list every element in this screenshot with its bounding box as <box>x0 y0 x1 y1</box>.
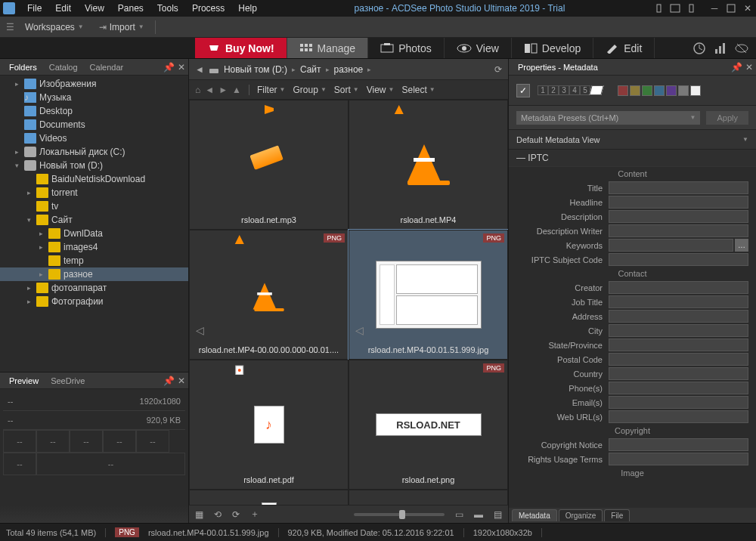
metadata-presets-dropdown[interactable]: Metadata Presets (Ctrl+M)▼ <box>516 111 700 125</box>
pin-icon[interactable]: 📌 <box>163 376 175 386</box>
thumb-mp3[interactable]: rsload.net.mp3 <box>189 100 349 230</box>
field-subjcode[interactable] <box>609 253 748 266</box>
close-button[interactable]: ✕ <box>742 3 753 14</box>
tab-seedrive[interactable]: SeeDrive <box>45 375 91 387</box>
zoom-slider[interactable] <box>354 513 445 516</box>
maximize-button[interactable] <box>726 3 736 14</box>
stats-icon[interactable] <box>714 42 727 55</box>
thumb-empty[interactable] <box>189 490 349 505</box>
thumb-empty[interactable] <box>349 490 508 505</box>
tree-node[interactable]: tv <box>0 199 188 213</box>
field-phones[interactable] <box>609 382 748 394</box>
tree-node[interactable]: ▸фотоаппарат <box>0 281 188 295</box>
tree-node[interactable]: Desktop <box>0 104 188 118</box>
breadcrumb-item[interactable]: разное <box>334 64 364 75</box>
mode-edit[interactable]: Edit <box>593 38 655 58</box>
tab-calendar[interactable]: Calendar <box>84 61 130 73</box>
add-icon[interactable]: ＋ <box>250 508 259 521</box>
field-descwriter[interactable] <box>609 224 748 237</box>
nav-back-icon[interactable]: ◄ <box>205 85 214 95</box>
thumb-jpg1[interactable]: PNG ◁ rsload.net.MP4-00.00.00.000-00.01.… <box>189 230 349 360</box>
tree-node[interactable]: ▾Сайт <box>0 213 188 227</box>
tree-node[interactable]: Documents <box>0 118 188 131</box>
rotate-left-icon[interactable]: ⟲ <box>214 509 222 520</box>
thumb-jpg-selected[interactable]: PNG ◁ rsload.net.MP4-00.01.51.999.jpg <box>349 230 508 360</box>
thumb-png[interactable]: PNG RSLOAD.NET rsload.net.png <box>349 360 508 490</box>
pin-icon[interactable]: 📌 <box>163 62 175 73</box>
field-jobtitle[interactable] <box>609 295 748 308</box>
minimize-button[interactable]: ─ <box>709 3 720 14</box>
tool-icon[interactable]: ▦ <box>195 509 203 520</box>
mode-photos[interactable]: Photos <box>368 38 445 58</box>
home-icon[interactable]: ⌂ <box>195 85 200 95</box>
metadata-view-dropdown[interactable]: Default Metadata View <box>516 135 742 144</box>
view-mode-icon[interactable]: ▭ <box>455 509 463 520</box>
tab-metadata[interactable]: Metadata <box>512 509 557 521</box>
view-mode-icon[interactable]: ▤ <box>494 509 502 520</box>
check-toggle[interactable]: ✓ <box>516 84 530 97</box>
field-title[interactable] <box>609 181 748 194</box>
layout-icon-2[interactable] <box>670 3 680 14</box>
field-description[interactable] <box>609 210 748 223</box>
close-panel-icon[interactable]: ✕ <box>178 376 185 386</box>
import-dropdown[interactable]: ⇥Import▼ <box>94 20 149 34</box>
tree-node[interactable]: ▸Изображения <box>0 77 188 91</box>
tree-node[interactable]: ▸Локальный диск (C:) <box>0 145 188 159</box>
tab-preview[interactable]: Preview <box>3 375 45 387</box>
color-label-swatches[interactable] <box>618 85 701 96</box>
field-emails[interactable] <box>609 396 748 409</box>
menu-edit[interactable]: Edit <box>49 2 77 15</box>
buy-now-button[interactable]: Buy Now! <box>195 38 287 58</box>
tree-node[interactable]: Videos <box>0 131 188 145</box>
close-panel-icon[interactable]: ✕ <box>745 62 753 73</box>
layout-icon-1[interactable] <box>656 3 667 14</box>
app-menu-icon[interactable]: ☰ <box>6 22 14 32</box>
apply-button[interactable]: Apply <box>706 111 748 125</box>
tree-node[interactable]: ▸Фотографии <box>0 295 188 308</box>
tree-node[interactable]: ▸DwnlData <box>0 227 188 240</box>
field-headline[interactable] <box>609 196 748 209</box>
menu-file[interactable]: File <box>21 2 48 15</box>
tab-file[interactable]: File <box>604 509 630 521</box>
view-dropdown[interactable]: View▼ <box>367 85 395 95</box>
field-city[interactable] <box>609 324 748 337</box>
tab-folders[interactable]: Folders <box>3 61 43 73</box>
tree-node[interactable]: ▸torrent <box>0 186 188 199</box>
pin-icon[interactable]: 📌 <box>731 62 742 73</box>
layout-icon-3[interactable] <box>683 3 694 14</box>
keywords-browse-button[interactable]: … <box>735 239 748 252</box>
sort-dropdown[interactable]: Sort▼ <box>334 85 359 95</box>
menu-tools[interactable]: Tools <box>151 2 184 15</box>
field-weburls[interactable] <box>609 410 748 423</box>
filter-dropdown[interactable]: Filter▼ <box>257 85 286 95</box>
tab-organize[interactable]: Organize <box>559 509 603 521</box>
menu-help[interactable]: Help <box>232 2 263 15</box>
iptc-section[interactable]: — IPTC <box>509 150 756 167</box>
nav-fwd-icon[interactable]: ► <box>218 85 228 95</box>
view-mode-icon[interactable]: ▬ <box>474 509 483 520</box>
tree-node[interactable]: BaiduNetdiskDownload <box>0 172 188 186</box>
tree-node-selected[interactable]: ▸разное <box>0 267 188 281</box>
rating-numbers[interactable]: 12345 <box>538 85 603 95</box>
thumb-mp4[interactable]: rsload.net.MP4 <box>349 100 508 230</box>
back-icon[interactable]: ◄ <box>195 64 204 75</box>
field-state[interactable] <box>609 339 748 351</box>
refresh-icon[interactable]: ⟳ <box>494 64 502 75</box>
select-dropdown[interactable]: Select▼ <box>401 85 435 95</box>
field-country[interactable] <box>609 367 748 380</box>
menu-process[interactable]: Process <box>186 2 231 15</box>
field-copyright-notice[interactable] <box>609 438 748 451</box>
tab-catalog[interactable]: Catalog <box>43 61 84 73</box>
mode-develop[interactable]: Develop <box>512 38 593 58</box>
breadcrumb-item[interactable]: Новый том (D:) <box>224 64 287 75</box>
mode-view[interactable]: View <box>445 38 512 58</box>
rotate-right-icon[interactable]: ⟳ <box>232 509 240 520</box>
field-creator[interactable] <box>609 281 748 294</box>
refresh-icon[interactable] <box>692 42 706 55</box>
nav-up-icon[interactable]: ▲ <box>232 85 241 95</box>
field-keywords[interactable] <box>609 239 733 252</box>
breadcrumb-item[interactable]: Сайт <box>300 64 321 75</box>
tree-node[interactable]: ▸images4 <box>0 240 188 254</box>
mode-manage[interactable]: Manage <box>287 38 369 58</box>
menu-view[interactable]: View <box>79 2 110 15</box>
